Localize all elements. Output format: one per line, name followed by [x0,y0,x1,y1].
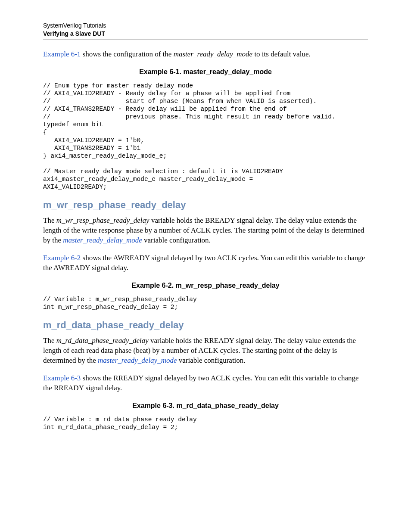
master-ready-delay-mode-link-1[interactable]: master_ready_delay_mode [63,236,142,244]
s2p2-rest: shows the RREADY signal delayed by two A… [43,374,359,392]
intro-text-1: shows the configuration of the [81,50,173,58]
s2p1-italic: m_rd_data_phase_ready_delay [56,336,149,345]
s1p1-pre: The [43,216,56,224]
header-line-2: Verifying a Slave DUT [43,30,368,38]
example-1-code: // Enum type for master ready delay mode… [43,82,368,191]
example-1-title: Example 6-1. master_ready_delay_mode [43,68,368,76]
master-ready-delay-mode-link-2[interactable]: master_ready_delay_mode [98,356,177,364]
section-2-heading: m_rd_data_phase_ready_delay [43,320,368,331]
example-3-title: Example 6-3. m_rd_data_phase_ready_delay [43,402,368,410]
s1p1-tail: variable configuration. [142,236,211,244]
example-6-1-link[interactable]: Example 6-1 [43,50,81,58]
section-1-para-2: Example 6-2 shows the AWREADY signal del… [43,253,368,273]
intro-italic: master_ready_delay_mode [174,50,253,58]
section-1-heading: m_wr_resp_phase_ready_delay [43,199,368,211]
s1p2-rest: shows the AWREADY signal delayed by two … [43,254,365,272]
example-2-title: Example 6-2. m_wr_resp_phase_ready_delay [43,282,368,289]
example-6-3-link[interactable]: Example 6-3 [43,374,81,382]
s2p1-tail: variable configuration. [177,356,246,364]
page-container: SystemVerilog Tutorials Verifying a Slav… [0,0,411,532]
intro-text-2: to its default value. [252,50,311,58]
example-3-code: // Variable : m_rd_data_phase_ready_dela… [43,416,368,431]
section-1-para-1: The m_wr_resp_phase_ready_delay variable… [43,216,368,246]
intro-paragraph: Example 6-1 shows the configuration of t… [43,50,368,59]
header-rule [43,40,368,40]
section-2-para-1: The m_rd_data_phase_ready_delay variable… [43,336,368,366]
s1p1-italic: m_wr_resp_phase_ready_delay [56,216,149,224]
example-6-2-link[interactable]: Example 6-2 [43,254,81,262]
section-2-para-2: Example 6-3 shows the RREADY signal dela… [43,373,368,393]
example-2-code: // Variable : m_wr_resp_phase_ready_dela… [43,296,368,311]
running-header: SystemVerilog Tutorials Verifying a Slav… [43,22,368,38]
s2p1-pre: The [43,336,56,345]
header-line-1: SystemVerilog Tutorials [43,22,368,30]
